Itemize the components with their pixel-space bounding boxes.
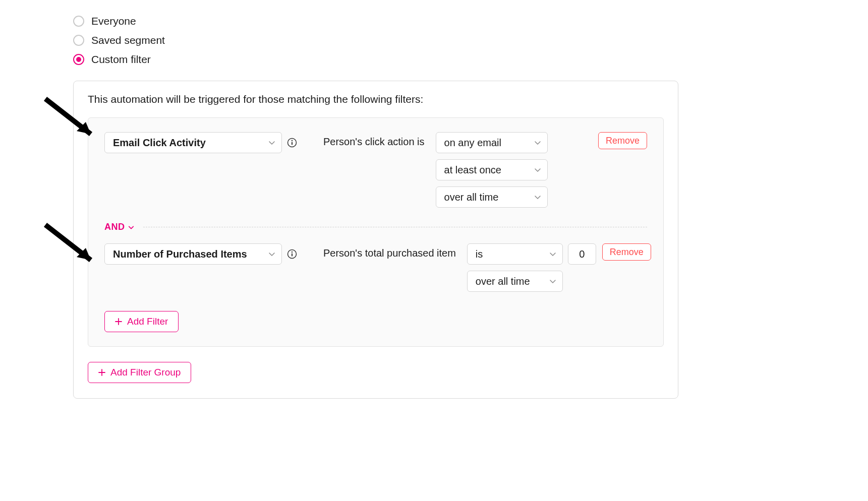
filter-timeframe-select[interactable]: over all time — [436, 186, 548, 208]
radio-icon — [73, 35, 84, 46]
plus-icon — [98, 369, 105, 376]
plus-icon — [115, 318, 122, 325]
add-filter-group-label: Add Filter Group — [110, 367, 181, 378]
svg-rect-5 — [292, 254, 293, 257]
filter-frequency-select[interactable]: at least once — [436, 159, 548, 180]
join-operator-toggle[interactable]: AND — [104, 222, 134, 232]
join-label: AND — [104, 222, 125, 232]
radio-saved-segment[interactable]: Saved segment — [73, 34, 868, 46]
filter-row-2: Number of Purchased Items Person's total… — [104, 243, 647, 292]
filter-sentence: Person's click action is — [323, 132, 425, 148]
svg-point-4 — [292, 252, 293, 253]
radio-icon-selected — [73, 54, 84, 65]
audience-radio-group: Everyone Saved segment Custom filter — [73, 15, 868, 66]
radio-custom-filter[interactable]: Custom filter — [73, 53, 868, 66]
chevron-down-icon — [549, 278, 556, 285]
remove-label: Remove — [606, 136, 640, 146]
add-filter-group-button[interactable]: Add Filter Group — [88, 362, 191, 383]
info-icon[interactable] — [287, 249, 297, 259]
chevron-down-icon — [128, 224, 134, 230]
filter-operator-select[interactable]: is — [467, 243, 563, 265]
select-value: at least once — [444, 164, 501, 176]
radio-label: Custom filter — [91, 53, 151, 66]
and-divider: AND — [104, 222, 647, 232]
select-value: Number of Purchased Items — [113, 248, 247, 260]
svg-rect-2 — [292, 142, 293, 145]
chevron-down-icon — [549, 250, 556, 258]
chevron-down-icon — [534, 166, 541, 173]
filter-row-1: Email Click Activity Person's click acti… — [104, 132, 647, 208]
filter-scope-select[interactable]: on any email — [436, 132, 548, 153]
chevron-down-icon — [268, 250, 275, 258]
panel-intro-text: This automation will be triggered for th… — [88, 93, 664, 105]
svg-point-1 — [292, 140, 293, 141]
radio-label: Everyone — [91, 15, 136, 27]
filter-group: Email Click Activity Person's click acti… — [88, 117, 664, 347]
add-filter-button[interactable]: Add Filter — [104, 311, 179, 332]
filter-type-select[interactable]: Number of Purchased Items — [104, 243, 282, 265]
chevron-down-icon — [534, 139, 541, 146]
chevron-down-icon — [268, 139, 275, 146]
select-value: is — [476, 248, 483, 260]
radio-icon — [73, 16, 84, 27]
chevron-down-icon — [534, 194, 541, 201]
input-value: 0 — [579, 248, 585, 260]
radio-label: Saved segment — [91, 34, 165, 46]
remove-filter-button[interactable]: Remove — [602, 243, 651, 261]
select-value: on any email — [444, 137, 501, 149]
filter-sentence: Person's total purchased item — [323, 243, 456, 259]
radio-everyone[interactable]: Everyone — [73, 15, 868, 27]
select-value: Email Click Activity — [113, 137, 206, 149]
filter-value-input[interactable]: 0 — [568, 243, 596, 265]
remove-filter-button[interactable]: Remove — [598, 132, 647, 149]
info-icon[interactable] — [287, 138, 297, 148]
filter-timeframe-select[interactable]: over all time — [467, 271, 563, 292]
select-value: over all time — [444, 192, 499, 203]
remove-label: Remove — [610, 247, 644, 258]
divider-line — [143, 227, 648, 227]
filter-panel: This automation will be triggered for th… — [73, 81, 678, 399]
select-value: over all time — [476, 276, 530, 287]
add-filter-label: Add Filter — [127, 316, 168, 327]
filter-type-select[interactable]: Email Click Activity — [104, 132, 282, 153]
